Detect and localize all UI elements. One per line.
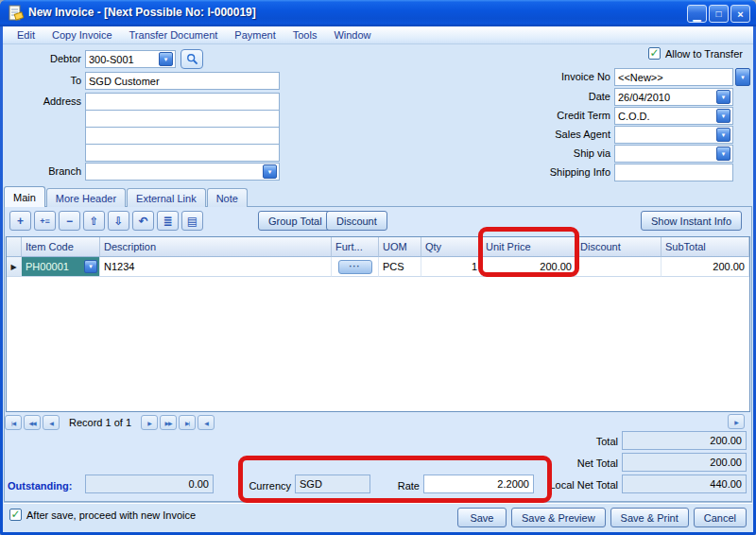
unit-price-cell[interactable]: 200.00 <box>482 257 576 277</box>
row-pointer-icon: ▶ <box>10 263 16 271</box>
menu-tools[interactable]: Tools <box>284 26 326 44</box>
tab-external-link[interactable]: External Link <box>127 188 206 207</box>
shipping-info-field[interactable] <box>614 164 733 181</box>
menu-payment[interactable]: Payment <box>226 26 284 44</box>
shipping-info-label: Shipping Info <box>525 164 610 181</box>
address-line-2[interactable] <box>85 110 280 128</box>
cancel-button[interactable]: Cancel <box>694 508 747 527</box>
prev-page-button[interactable]: ◀◀ <box>24 415 41 430</box>
debtor-search-button[interactable] <box>180 49 203 69</box>
row-indicator: ▶ <box>7 257 22 277</box>
close-button[interactable]: × <box>730 5 750 23</box>
insert-row-icon[interactable]: +≡ <box>34 211 56 231</box>
column-header-description[interactable]: Description <box>100 237 332 257</box>
subtotal-cell[interactable]: 200.00 <box>662 257 749 277</box>
local-net-total-field: 440.00 <box>622 475 747 493</box>
check-icon: ✓ <box>10 509 20 519</box>
move-up-icon[interactable]: ⇧ <box>83 211 105 231</box>
menu-bar: Edit Copy Invoice Transfer Document Paym… <box>3 26 753 44</box>
column-header-discount[interactable]: Discount <box>576 237 662 257</box>
address-line-3[interactable] <box>85 127 280 145</box>
further-description-button[interactable]: ··· <box>338 260 372 274</box>
credit-term-select[interactable]: C.O.D. ▼ <box>614 107 733 125</box>
allow-transfer-checkbox[interactable]: ✓ <box>648 47 661 60</box>
move-down-icon[interactable]: ⇩ <box>108 211 129 231</box>
menu-transfer-document[interactable]: Transfer Document <box>121 26 227 44</box>
range-paste-icon[interactable]: ≣ <box>157 211 179 231</box>
menu-edit[interactable]: Edit <box>9 26 43 44</box>
row-detail-icon[interactable]: ▤ <box>181 211 203 231</box>
column-header-item-code[interactable]: Item Code <box>22 237 100 257</box>
ship-via-label: Ship via <box>525 145 610 163</box>
chevron-down-icon[interactable]: ▼ <box>716 109 730 123</box>
first-record-button[interactable]: |◀ <box>5 415 22 430</box>
next-page-button[interactable]: ▶▶ <box>160 415 177 430</box>
branch-select[interactable]: ▼ <box>85 163 280 181</box>
tab-label: External Link <box>136 193 197 204</box>
column-header-qty[interactable]: Qty <box>421 237 482 257</box>
address-line-4[interactable] <box>85 144 280 162</box>
maximize-button[interactable]: □ <box>709 5 729 23</box>
to-field[interactable]: SGD Customer <box>85 72 280 90</box>
column-header-unit-price[interactable]: Unit Price <box>482 237 576 257</box>
chevron-down-icon[interactable]: ▼ <box>84 260 97 273</box>
group-total-button[interactable]: Group Total <box>258 211 333 231</box>
column-header-uom[interactable]: UOM <box>379 237 421 257</box>
qty-cell[interactable]: 1 <box>421 257 482 277</box>
record-count-text: Record 1 of 1 <box>69 417 131 428</box>
proceed-new-invoice-checkbox[interactable]: ✓ <box>9 509 22 521</box>
description-cell[interactable]: N1234 <box>100 257 332 277</box>
invoice-no-field[interactable]: <<New>> <box>614 68 733 86</box>
allow-transfer-group: ✓ Allow to Transfer <box>648 47 743 60</box>
scroll-right-button[interactable]: ▶ <box>728 414 745 429</box>
uom-cell[interactable]: PCS <box>379 257 421 277</box>
tab-more-header[interactable]: More Header <box>46 188 126 207</box>
last-record-button[interactable]: ▶| <box>179 415 196 430</box>
prev-record-button[interactable]: ◀ <box>43 415 60 430</box>
grid-empty-area[interactable] <box>7 277 749 411</box>
menu-window[interactable]: Window <box>325 26 379 44</box>
chevron-down-icon[interactable]: ▼ <box>263 164 277 179</box>
tab-main[interactable]: Main <box>4 186 45 207</box>
invoice-window: New Invoice - [Next Possible No: I-00001… <box>0 0 756 535</box>
window-title: New Invoice - [Next Possible No: I-00001… <box>28 0 256 26</box>
undo-icon[interactable]: ↶ <box>132 211 154 231</box>
ship-via-select[interactable]: ▼ <box>614 145 733 163</box>
date-value: 26/04/2010 <box>618 92 714 103</box>
record-navigator: |◀ ◀◀ ◀ Record 1 of 1 ▶ ▶▶ ▶| ◀ <box>5 414 215 431</box>
save-preview-button[interactable]: Save & Preview <box>511 508 606 527</box>
total-label: Total <box>510 432 618 451</box>
sales-agent-select[interactable]: ▼ <box>614 126 733 144</box>
chevron-down-icon[interactable]: ▼ <box>159 52 173 66</box>
next-record-button[interactable]: ▶ <box>141 415 158 430</box>
show-instant-info-button[interactable]: Show Instant Info <box>641 211 742 231</box>
chevron-down-icon[interactable]: ▼ <box>716 90 730 104</box>
scroll-left-button[interactable]: ◀ <box>198 415 215 430</box>
credit-term-value: C.O.D. <box>618 111 714 122</box>
discount-button[interactable]: Discount <box>326 211 387 231</box>
add-row-icon[interactable]: + <box>9 211 31 231</box>
delete-row-icon[interactable]: − <box>59 211 80 231</box>
chevron-down-icon[interactable]: ▼ <box>716 128 730 142</box>
column-header-indicator <box>7 237 22 257</box>
branch-label: Branch <box>8 163 81 181</box>
discount-cell[interactable] <box>576 257 662 277</box>
rate-field[interactable]: 2.2000 <box>423 475 534 493</box>
chevron-down-icon[interactable]: ▼ <box>716 147 730 161</box>
tab-strip: Main More Header External Link Note <box>4 186 248 207</box>
item-code-cell[interactable]: PH00001 ▼ <box>22 257 100 277</box>
allow-transfer-label: Allow to Transfer <box>665 48 743 60</box>
to-label: To <box>8 72 81 90</box>
column-header-further[interactable]: Furt... <box>332 237 379 257</box>
date-select[interactable]: 26/04/2010 ▼ <box>614 88 733 106</box>
tab-note[interactable]: Note <box>207 188 248 207</box>
minimize-button[interactable]: ▁ <box>687 5 707 23</box>
address-line-1[interactable] <box>85 93 280 111</box>
title-bar[interactable]: New Invoice - [Next Possible No: I-00001… <box>0 0 756 26</box>
debtor-select[interactable]: 300-S001 ▼ <box>85 50 176 68</box>
menu-copy-invoice[interactable]: Copy Invoice <box>43 26 121 44</box>
invoice-no-dropdown-button[interactable]: ▼ <box>735 68 750 86</box>
save-print-button[interactable]: Save & Print <box>610 508 689 527</box>
save-button[interactable]: Save <box>457 508 507 527</box>
column-header-subtotal[interactable]: SubTotal <box>662 237 749 257</box>
